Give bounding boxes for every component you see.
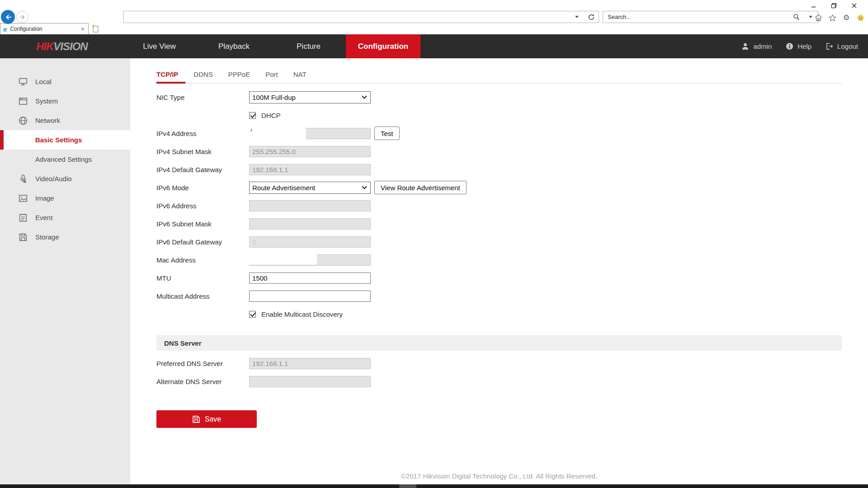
ipv6-subnet-mask-field bbox=[249, 218, 371, 230]
alternate-dns-row: Alternate DNS Server bbox=[156, 372, 868, 390]
nav-live-view[interactable]: Live View bbox=[122, 34, 197, 58]
new-tab-button[interactable] bbox=[91, 24, 100, 33]
multicast-address-field[interactable] bbox=[249, 291, 371, 302]
mtu-field[interactable] bbox=[249, 272, 371, 284]
address-input[interactable] bbox=[124, 12, 570, 22]
logo-hik: HIK bbox=[36, 40, 53, 53]
main-nav: Live View Playback Picture Configuration bbox=[122, 34, 420, 58]
multicast-address-row: Multicast Address bbox=[156, 287, 868, 305]
ipv4-default-gateway-row: IPv4 Default Gateway bbox=[156, 160, 868, 178]
nav-picture[interactable]: Picture bbox=[271, 34, 346, 58]
sidebar-item-system[interactable]: System bbox=[0, 91, 130, 111]
nic-type-value: 100M Full-dup bbox=[252, 94, 296, 101]
dhcp-checkbox[interactable] bbox=[249, 112, 256, 119]
mac-address-row: Mac Address bbox=[156, 251, 868, 269]
multicast-discovery-row: Enable Multicast Discovery bbox=[156, 305, 868, 323]
restore-button[interactable] bbox=[824, 1, 844, 10]
sidebar-item-local[interactable]: Local bbox=[0, 72, 130, 91]
ipv4-default-gateway-label: IPv4 Default Gateway bbox=[156, 166, 249, 174]
enable-multicast-discovery-checkbox[interactable] bbox=[249, 311, 256, 318]
enable-multicast-discovery-label: Enable Multicast Discovery bbox=[261, 310, 343, 318]
chevron-down-icon bbox=[362, 94, 367, 99]
close-icon bbox=[851, 3, 857, 9]
test-button[interactable]: Test bbox=[374, 127, 400, 140]
save-button[interactable]: Save bbox=[156, 410, 257, 428]
sidebar-item-basic-settings[interactable]: Basic Settings bbox=[0, 130, 130, 150]
tab-ddns[interactable]: DDNS bbox=[193, 70, 213, 83]
ipv4-subnet-mask-row: IPv4 Subnet Mask bbox=[156, 142, 868, 160]
address-dropdown-button[interactable] bbox=[570, 11, 584, 23]
preferred-dns-row: Preferred DNS Server bbox=[156, 354, 868, 372]
forward-arrow-icon bbox=[19, 14, 26, 21]
logout-icon bbox=[825, 42, 834, 51]
new-tab-icon bbox=[91, 24, 100, 33]
gear-icon: ⚙ bbox=[843, 14, 849, 22]
sidebar-item-storage[interactable]: Storage bbox=[0, 227, 130, 247]
ipv6-mode-row: IPv6 Mode Route Advertisement View Route… bbox=[156, 178, 868, 197]
redaction-overlay bbox=[249, 125, 306, 139]
dhcp-row: DHCP bbox=[156, 106, 868, 124]
dns-server-section-header: DNS Server bbox=[156, 335, 842, 351]
home-button[interactable] bbox=[813, 13, 823, 23]
dhcp-label: DHCP bbox=[261, 112, 281, 119]
ipv6-address-label: IPv6 Address bbox=[156, 202, 249, 210]
refresh-icon bbox=[588, 14, 595, 21]
browser-tab-configuration[interactable]: e Configuration × bbox=[0, 23, 89, 34]
ipv6-subnet-mask-row: IPv6 Subnet Mask bbox=[156, 215, 868, 233]
sidebar-item-advanced-settings[interactable]: Advanced Settings bbox=[0, 150, 130, 169]
preferred-dns-field bbox=[249, 358, 371, 369]
sidebar-item-network[interactable]: Network bbox=[0, 111, 130, 130]
taskbar-edge-highlight bbox=[399, 484, 416, 488]
globe-icon bbox=[18, 116, 28, 126]
ipv6-default-gateway-label: IPv6 Default Gateway bbox=[156, 238, 249, 246]
nav-configuration[interactable]: Configuration bbox=[346, 34, 420, 58]
ipv4-subnet-mask-field bbox=[249, 146, 371, 157]
ipv4-subnet-mask-label: IPv4 Subnet Mask bbox=[156, 148, 249, 155]
copyright-footer: ©2017 Hikvision Digital Technology Co., … bbox=[130, 472, 868, 480]
app-header: HIKVISION Live View Playback Picture Con… bbox=[0, 34, 868, 58]
nav-playback[interactable]: Playback bbox=[197, 34, 271, 58]
user-icon bbox=[741, 42, 750, 51]
ipv6-mode-select[interactable]: Route Advertisement bbox=[249, 182, 371, 194]
sidebar-item-image[interactable]: Image bbox=[0, 188, 130, 208]
refresh-button[interactable] bbox=[584, 11, 599, 23]
restore-icon bbox=[831, 3, 837, 9]
minimize-button[interactable] bbox=[803, 1, 824, 10]
view-route-advertisement-button[interactable]: View Route Advertisement bbox=[374, 181, 467, 194]
tab-nat[interactable]: NAT bbox=[293, 70, 307, 83]
mtu-label: MTU bbox=[156, 274, 249, 282]
tab-close-icon[interactable]: × bbox=[80, 26, 85, 32]
sidebar-item-video-audio[interactable]: Video/Audio bbox=[0, 169, 130, 188]
sidebar-item-label: Advanced Settings bbox=[35, 155, 92, 163]
search-button[interactable] bbox=[789, 11, 803, 23]
help-button[interactable]: Help bbox=[785, 42, 811, 51]
browser-tab-title: Configuration bbox=[10, 26, 80, 32]
window-controls bbox=[803, 1, 864, 10]
browser-forward-button[interactable] bbox=[16, 11, 28, 23]
settings-tab-bar: TCP/IP DDNS PPPoE Port NAT bbox=[156, 65, 842, 84]
help-label: Help bbox=[797, 42, 811, 50]
tab-pppoe[interactable]: PPPoE bbox=[228, 70, 250, 83]
chevron-down-icon bbox=[809, 16, 812, 18]
current-user: admin bbox=[741, 42, 772, 51]
nic-type-select[interactable]: 100M Full-dup bbox=[249, 91, 371, 103]
spacer bbox=[18, 155, 28, 164]
logout-button[interactable]: Logout bbox=[825, 42, 858, 51]
page-body: Local System Network Basic Settings Adva… bbox=[0, 58, 868, 484]
back-arrow-icon bbox=[4, 13, 12, 21]
browser-back-button[interactable] bbox=[1, 10, 15, 24]
ipv4-default-gateway-field bbox=[249, 164, 371, 175]
feedback-button[interactable] bbox=[855, 13, 865, 23]
sidebar-item-label: Video/Audio bbox=[35, 175, 72, 183]
star-icon bbox=[828, 14, 837, 22]
sidebar: Local System Network Basic Settings Adva… bbox=[0, 58, 130, 484]
tab-port[interactable]: Port bbox=[265, 70, 278, 83]
close-window-button[interactable] bbox=[844, 1, 864, 10]
sidebar-item-event[interactable]: Event bbox=[0, 208, 130, 227]
multicast-address-label: Multicast Address bbox=[156, 292, 249, 300]
tab-tcpip[interactable]: TCP/IP bbox=[156, 70, 178, 83]
settings-button[interactable]: ⚙ bbox=[841, 13, 851, 23]
floppy-disk-icon bbox=[18, 232, 28, 242]
favorites-button[interactable] bbox=[827, 13, 837, 23]
search-input[interactable] bbox=[603, 12, 789, 22]
